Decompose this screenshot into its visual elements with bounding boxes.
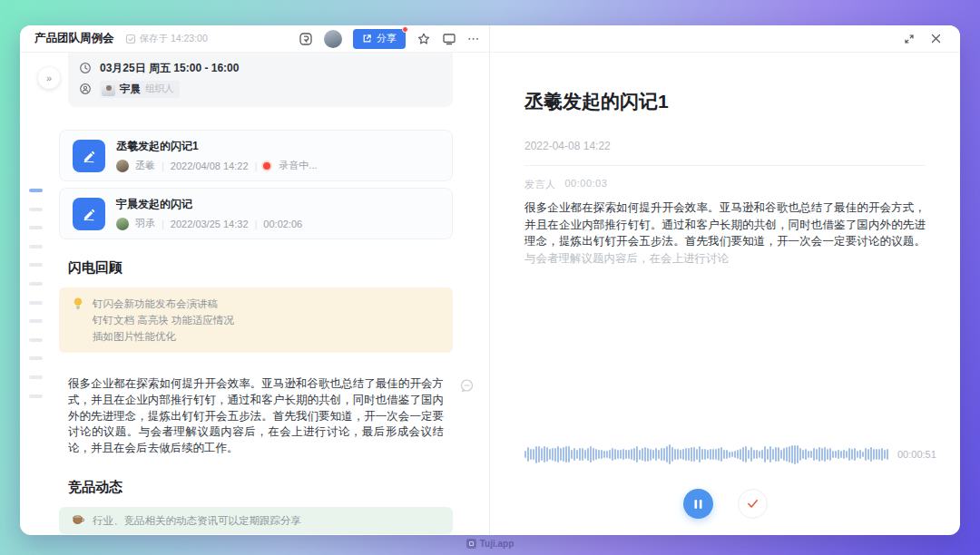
waveform-bar	[829, 448, 831, 462]
waveform-bar	[799, 448, 801, 461]
recording-status: 录音中...	[279, 159, 317, 172]
waveform-bar	[571, 450, 573, 459]
close-button[interactable]	[930, 33, 942, 44]
waveform-bar	[851, 449, 853, 461]
expand-button[interactable]	[903, 33, 916, 45]
speaker-row: 发言人 00:00:03	[524, 178, 926, 191]
outline-minimap-bar[interactable]	[29, 282, 43, 286]
organizer-avatar	[102, 83, 115, 96]
waveform-bar	[603, 451, 605, 458]
document-title: 产品团队周例会	[34, 31, 114, 46]
waveform-bar	[699, 446, 701, 462]
waveform-bar	[674, 449, 676, 460]
waveform-bar	[742, 447, 744, 462]
outline-minimap-bar[interactable]	[29, 245, 43, 248]
waveform-bar	[620, 450, 622, 460]
organizer-name: 宇晨	[120, 83, 141, 96]
waveform-bar	[778, 447, 779, 462]
flash-note-meta: 羽承 | 2022/03/25 14:32 | 00:02:06	[116, 217, 302, 230]
waveform-bar	[805, 449, 807, 460]
waveform-bar	[647, 448, 649, 462]
waveform-bar	[843, 450, 845, 460]
outline-minimap[interactable]	[29, 189, 44, 413]
outline-minimap-bar[interactable]	[29, 263, 43, 267]
saved-check-icon	[125, 34, 136, 44]
waveform-bar	[838, 450, 839, 459]
waveform-bar	[650, 449, 652, 461]
waveform-bar	[704, 449, 706, 460]
waveform-bar	[884, 450, 886, 458]
waveform-bar	[642, 448, 643, 461]
waveform-bar	[584, 450, 586, 459]
flash-note-detail-title: 丞羲发起的闪记1	[524, 89, 926, 114]
waveform-bar	[696, 449, 698, 461]
waveform-bar	[846, 451, 848, 458]
flash-note-detail-date: 2022-04-08 14:22	[524, 140, 926, 166]
outline-minimap-bar[interactable]	[29, 394, 43, 398]
waveform-bar	[691, 447, 692, 462]
waveform-bar	[740, 449, 741, 459]
waveform-bar	[576, 450, 578, 459]
waveform-bar	[808, 451, 809, 459]
highlight-block-yellow[interactable]: 钉闪会新功能发布会演讲稿 钉钉文档 高亮块 功能适应情况 插如图片性能优化	[59, 287, 453, 353]
waveform-bar	[612, 448, 613, 461]
author-name: 羽承	[135, 217, 155, 230]
waveform-bar	[590, 446, 592, 462]
favorite-button[interactable]	[416, 32, 431, 46]
more-button[interactable]: ⋯	[467, 32, 480, 45]
lightbulb-icon	[72, 296, 84, 345]
waveform-bar	[658, 450, 660, 459]
watermark-badge: Tuji.app	[0, 539, 980, 549]
waveform-bar	[582, 448, 583, 462]
waveform-bar	[625, 450, 627, 458]
close-icon	[930, 33, 942, 44]
waveform-bar	[756, 450, 758, 459]
highlight-line: 插如图片性能优化	[93, 328, 234, 345]
outline-minimap-bar[interactable]	[29, 356, 43, 360]
organizer-chip[interactable]: 宇晨 组织人	[100, 81, 180, 98]
outline-minimap-bar[interactable]	[29, 338, 43, 342]
speaker-timestamp: 00:00:03	[565, 178, 608, 191]
speaker-label: 发言人	[524, 178, 556, 191]
waveform-bar	[527, 447, 529, 462]
share-button[interactable]: 分享	[353, 29, 406, 49]
waveform-bar	[565, 446, 567, 462]
outline-minimap-bar[interactable]	[29, 208, 43, 211]
outline-minimap-bar[interactable]	[29, 189, 43, 192]
waveform-bar	[780, 450, 782, 459]
highlight-block-green[interactable]: 行业、竞品相关的动态资讯可以定期跟踪分享	[59, 507, 453, 534]
waveform-bar	[783, 448, 785, 462]
panel-header	[490, 25, 960, 53]
waveform-bar	[827, 449, 828, 459]
waveform-bar	[723, 450, 725, 460]
version-history-button[interactable]	[299, 32, 313, 46]
finish-button[interactable]	[738, 489, 768, 519]
audio-waveform[interactable]	[524, 441, 889, 468]
waveform-bar	[655, 448, 657, 462]
waveform-bar	[789, 446, 790, 462]
pause-button[interactable]	[683, 489, 713, 519]
waveform-bar	[560, 448, 562, 461]
highlight-green-text: 行业、竞品相关的动态资讯可以定期跟踪分享	[93, 514, 301, 527]
outline-minimap-bar[interactable]	[29, 301, 43, 305]
waveform-bar	[669, 444, 671, 464]
waveform-bar	[685, 448, 687, 460]
waveform-bar	[652, 450, 654, 459]
waveform-bar	[873, 449, 875, 461]
meeting-info-card[interactable]: 产品团队周例会： 03月25日 周五 15:00 - 16:00	[68, 53, 453, 107]
outline-minimap-bar[interactable]	[29, 375, 43, 379]
flash-note-meta: 丞羲 | 2022/04/08 14:22 | 录音中...	[116, 159, 318, 172]
present-button[interactable]	[442, 32, 456, 46]
outline-minimap-bar[interactable]	[29, 226, 43, 229]
collaborator-avatar[interactable]	[324, 30, 342, 48]
comment-button[interactable]	[459, 378, 475, 394]
pause-icon	[693, 499, 703, 510]
waveform-bar	[865, 448, 867, 460]
outline-toggle-button[interactable]: »	[38, 67, 60, 89]
waveform-bar	[563, 447, 564, 461]
waveform-bar	[862, 452, 864, 458]
flash-note-card-2[interactable]: 宇晨发起的闪记 羽承 | 2022/03/25 14:32 | 00:02:06	[59, 188, 453, 239]
flash-note-card-1[interactable]: 丞羲发起的闪记1 丞羲 | 2022/04/08 14:22 | 录音中...	[59, 130, 453, 181]
share-icon	[362, 34, 372, 44]
outline-minimap-bar[interactable]	[29, 319, 43, 323]
